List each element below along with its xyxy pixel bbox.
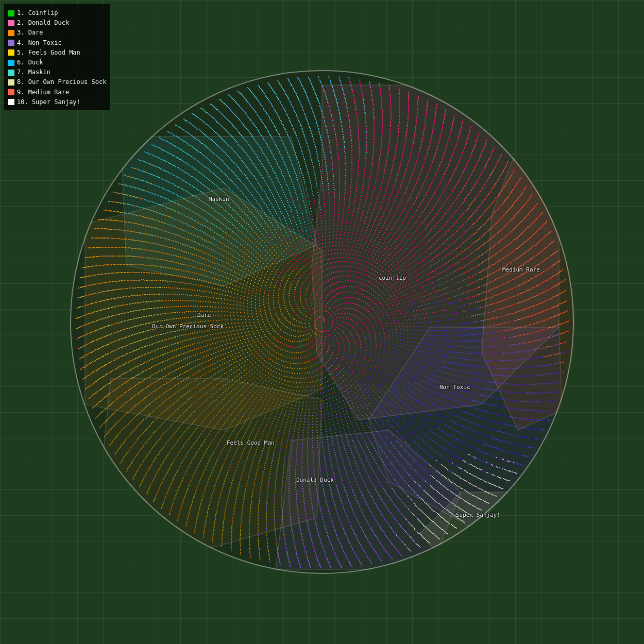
legend-item: 10. Super Sanjay! xyxy=(8,97,106,107)
legend-color-swatch xyxy=(8,30,14,36)
legend-color-swatch xyxy=(8,60,14,66)
legend-color-swatch xyxy=(8,79,14,86)
legend-item: 6. Duck xyxy=(8,58,106,67)
legend-item-label: 6. Duck xyxy=(17,58,43,67)
legend-items: 1. Coinflip2. Donald Duck3. Dare4. Non T… xyxy=(8,8,106,107)
legend-color-swatch xyxy=(8,20,14,26)
map-container: MaskinDareOur Own Precious SockFeels Goo… xyxy=(70,70,574,574)
legend-item-label: 8. Our Own Precious Sock xyxy=(17,77,106,87)
legend-color-swatch xyxy=(8,40,14,46)
legend-item-label: 9. Medium Rare xyxy=(17,88,69,97)
legend-color-swatch xyxy=(8,89,14,95)
legend-item: 8. Our Own Precious Sock xyxy=(8,77,106,87)
legend-item: 5. Feels Good Man xyxy=(8,48,106,58)
legend-item: 1. Coinflip xyxy=(8,8,106,18)
legend-color-swatch xyxy=(8,10,14,16)
map-canvas xyxy=(70,70,574,574)
legend-item: 2. Donald Duck xyxy=(8,18,106,28)
legend-panel: 1. Coinflip2. Donald Duck3. Dare4. Non T… xyxy=(4,4,110,110)
legend-item: 7. Maskin xyxy=(8,67,106,77)
legend-item-label: 1. Coinflip xyxy=(17,8,58,18)
legend-item: 3. Dare xyxy=(8,28,106,38)
legend-item-label: 10. Super Sanjay! xyxy=(17,97,80,107)
legend-item-label: 5. Feels Good Man xyxy=(17,48,80,58)
legend-color-swatch xyxy=(8,99,14,105)
legend-color-swatch xyxy=(8,49,14,56)
legend-color-swatch xyxy=(8,70,14,76)
legend-item: 9. Medium Rare xyxy=(8,88,106,97)
legend-item-label: 3. Dare xyxy=(17,28,43,38)
legend-item-label: 7. Maskin xyxy=(17,67,50,77)
legend-item-label: 4. Non Toxic xyxy=(17,38,62,48)
legend-item: 4. Non Toxic xyxy=(8,38,106,48)
legend-item-label: 2. Donald Duck xyxy=(17,18,69,28)
